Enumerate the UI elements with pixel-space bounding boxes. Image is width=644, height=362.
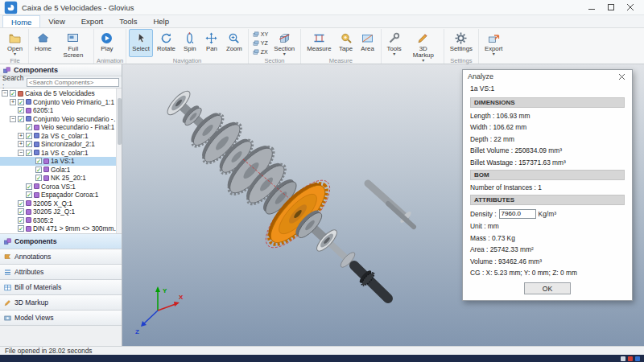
- expand-icon[interactable]: +: [10, 99, 16, 105]
- markup-3d-button[interactable]: 3D Markup ▾: [406, 29, 441, 57]
- checkbox[interactable]: ✓: [26, 191, 32, 198]
- section-xy-button[interactable]: XY: [251, 31, 270, 39]
- settings-button[interactable]: Settings: [447, 29, 476, 57]
- tree-item[interactable]: ✓Gola:1: [0, 166, 122, 175]
- attributes-header: ATTRIBUTES: [470, 195, 625, 205]
- tree-item[interactable]: ✓Espaçador Coroa:1: [0, 191, 122, 200]
- ribbon: Open ▾ File Home Full Screen: [0, 28, 644, 64]
- tree-item[interactable]: ✓Veio secundario - Final:1: [0, 123, 122, 132]
- section-yz-button[interactable]: YZ: [251, 39, 270, 47]
- tree-item[interactable]: +✓Sincronizador_2:1: [0, 140, 122, 149]
- export-button[interactable]: Export ▾: [481, 29, 506, 57]
- measure-button[interactable]: Measure: [303, 29, 334, 57]
- tree-item[interactable]: ✓Coroa VS:1: [0, 183, 122, 191]
- checkbox[interactable]: ✓: [26, 141, 32, 147]
- collapse-icon[interactable]: −: [18, 150, 24, 156]
- menu-export[interactable]: Export: [73, 15, 111, 27]
- checkbox[interactable]: ✓: [18, 99, 24, 105]
- open-button[interactable]: Open ▾: [4, 29, 26, 57]
- tree-item[interactable]: +✓Conjunto Veio Primario_1:1: [0, 98, 122, 107]
- tree-item[interactable]: ✓32005 X_Q:1: [0, 200, 122, 208]
- density-input[interactable]: [499, 209, 536, 219]
- collapse-icon[interactable]: −: [2, 90, 8, 97]
- minimize-button[interactable]: [582, 0, 601, 14]
- menu-help[interactable]: Help: [145, 15, 177, 27]
- tree-item-selected[interactable]: ✓1a VS:1: [0, 157, 122, 166]
- expand-icon[interactable]: +: [18, 141, 24, 147]
- chevron-down-icon: ▾: [283, 52, 286, 56]
- select-button[interactable]: Select: [129, 29, 153, 57]
- full-screen-icon: [66, 31, 80, 45]
- components-panel: Components Search : −✓Caixa de 5 Velocid…: [0, 64, 122, 346]
- spin-button[interactable]: Spin: [180, 29, 200, 57]
- close-button[interactable]: [621, 0, 640, 14]
- part-icon: [26, 226, 31, 232]
- play-button[interactable]: Play: [97, 29, 118, 57]
- tools-button[interactable]: Tools ▾: [384, 29, 405, 57]
- tree-item[interactable]: ✓DIN 471 > 9mm <> 300mm 2...: [0, 224, 122, 233]
- dialog-title: Analyze: [468, 72, 493, 80]
- scrollbar-thumb[interactable]: [118, 98, 122, 145]
- rotate-button[interactable]: Rotate: [154, 29, 179, 57]
- tray-icon[interactable]: [635, 356, 640, 361]
- tape-button[interactable]: Tape: [336, 29, 357, 57]
- tree-item[interactable]: −✓Caixa de 5 Velocidades: [0, 89, 122, 98]
- tab-annotations[interactable]: Annotations: [0, 249, 122, 264]
- section-zx-button[interactable]: ZX: [251, 48, 270, 56]
- tab-model-views[interactable]: Model Views: [0, 310, 122, 325]
- tree-item[interactable]: ✓30205 J2_Q:1: [0, 208, 122, 216]
- menu-view[interactable]: View: [40, 15, 72, 27]
- checkbox[interactable]: ✓: [26, 183, 32, 190]
- pan-button[interactable]: Pan: [201, 29, 222, 57]
- zoom-button[interactable]: Zoom: [223, 29, 246, 57]
- minimize-icon: [588, 4, 595, 10]
- analyze-dialog: Analyze 1a VS:1 DIMENSIONS Length : 106.…: [462, 69, 633, 301]
- expand-icon[interactable]: +: [18, 133, 24, 139]
- tab-components[interactable]: Components: [0, 233, 122, 249]
- checkbox[interactable]: ✓: [18, 217, 24, 224]
- tree-item[interactable]: −✓Conjunto Veio secundario - Fi...: [0, 115, 122, 124]
- tree-item[interactable]: ✓NK 25_20:1: [0, 174, 122, 183]
- tab-bill-of-materials[interactable]: Bill of Materials: [0, 279, 122, 294]
- checkbox[interactable]: ✓: [35, 158, 42, 164]
- checkbox[interactable]: ✓: [18, 116, 24, 122]
- area-button[interactable]: Area: [357, 29, 378, 57]
- part-icon: [26, 209, 31, 215]
- checkbox[interactable]: ✓: [18, 107, 24, 113]
- checkbox[interactable]: ✓: [26, 150, 32, 156]
- tree-item[interactable]: −✓1a VS c_colar:1: [0, 149, 122, 158]
- checkbox[interactable]: ✓: [18, 225, 24, 232]
- tree-item[interactable]: ✓6205:1: [0, 106, 122, 115]
- assembly-icon: [26, 116, 31, 121]
- zoom-icon: [227, 31, 241, 45]
- ok-button[interactable]: OK: [524, 282, 571, 294]
- menu-tools[interactable]: Tools: [111, 15, 145, 27]
- checkbox[interactable]: ✓: [35, 175, 42, 181]
- checkbox[interactable]: ✓: [18, 208, 24, 215]
- tree-item[interactable]: +✓2a VS c_colar:1: [0, 132, 122, 141]
- section-button[interactable]: Section ▾: [270, 29, 298, 57]
- tray-icon[interactable]: [621, 356, 625, 361]
- home-button[interactable]: Home: [31, 29, 55, 57]
- collapse-icon[interactable]: −: [10, 116, 16, 122]
- full-screen-button[interactable]: Full Screen: [56, 29, 91, 57]
- dialog-close-button[interactable]: [617, 73, 627, 80]
- viewport-3d[interactable]: Y X Z Analyze 1a VS:1 DIMENSIONS Length …: [122, 64, 644, 346]
- menu-home[interactable]: Home: [2, 15, 40, 27]
- tray-icon[interactable]: [628, 356, 633, 361]
- rotate-icon: [159, 31, 173, 45]
- checkbox[interactable]: ✓: [18, 200, 24, 207]
- checkbox[interactable]: ✓: [26, 133, 32, 139]
- checkbox[interactable]: ✓: [26, 124, 32, 130]
- tab-3d-markup[interactable]: 3D Markup: [0, 294, 122, 310]
- maximize-button[interactable]: [601, 0, 621, 14]
- search-input[interactable]: [27, 78, 119, 87]
- tree-item[interactable]: ✓6305:2: [0, 216, 122, 225]
- spin-icon: [183, 31, 196, 45]
- assembly-icon: [26, 99, 31, 105]
- tree-scrollbar[interactable]: [116, 88, 122, 233]
- checkbox[interactable]: ✓: [10, 90, 16, 97]
- attributes-icon: [4, 269, 11, 276]
- checkbox[interactable]: ✓: [35, 167, 42, 173]
- tab-attributes[interactable]: Attributes: [0, 264, 122, 279]
